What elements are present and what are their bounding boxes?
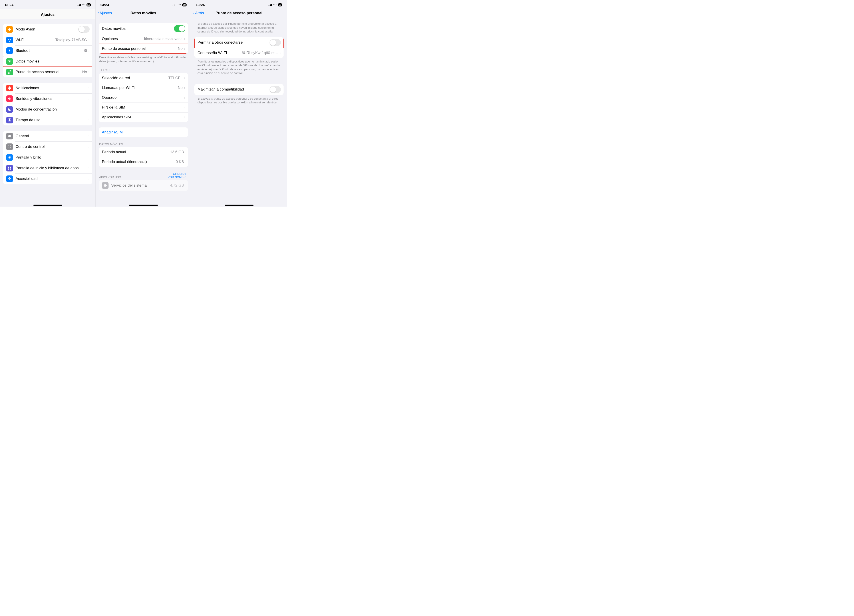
back-button[interactable]: ‹Ajustes: [98, 11, 112, 15]
wifi-icon: [6, 37, 13, 43]
settings-row-general[interactable]: General›: [3, 131, 92, 142]
settings-row-pantalla-de-inicio-y-biblioteca-de-apps[interactable]: Pantalla de inicio y biblioteca de apps›: [3, 163, 92, 174]
row-llamadas-por-wi-fi[interactable]: Llamadas por Wi-FiNo›: [99, 83, 188, 93]
settings-group-general: General›Centro de control›Pantalla y bri…: [3, 131, 92, 184]
group-data-usage: Periodo actual13.6 GBPeriodo actual (iti…: [99, 147, 188, 167]
chevron-right-icon: ›: [88, 96, 89, 101]
status-bar: 13:24 59: [96, 0, 191, 9]
settings-row-modo-avión[interactable]: Modo Avión: [3, 24, 92, 35]
signal-icon: [77, 4, 81, 6]
row-value: 6URi-syKw-1q60-rz…: [242, 51, 278, 55]
settings-row-accesibilidad[interactable]: Accesibilidad›: [3, 174, 92, 184]
row-label: Maximizar la compatibilidad: [197, 87, 270, 91]
row-periodo-actual: Periodo actual13.6 GB: [99, 147, 188, 157]
row-label: PIN de la SIM: [102, 105, 184, 110]
section-header: APPS POR USO ORDENAR POR NOMBRE: [96, 172, 191, 180]
gear-icon: [102, 182, 108, 189]
antenna-icon: [6, 58, 13, 65]
status-time: 13:24: [5, 3, 14, 7]
row-pin-de-la-sim[interactable]: PIN de la SIM›: [99, 102, 188, 112]
row-label: Modos de concentración: [15, 107, 88, 111]
row-label: Bluetooth: [15, 49, 83, 53]
screen-personal-hotspot: 13:24 59 ‹Atrás Punto de acceso personal…: [191, 0, 287, 207]
content[interactable]: Datos móvilesOpcionesItinerancia desacti…: [96, 19, 191, 207]
header: ‹Atrás Punto de acceso personal: [191, 9, 287, 19]
settings-row-sonidos-y-vibraciones[interactable]: Sonidos y vibraciones›: [3, 93, 92, 104]
toggle[interactable]: [270, 39, 281, 46]
toggle[interactable]: [270, 86, 281, 93]
home-indicator[interactable]: [129, 204, 158, 206]
row-label: Punto de acceso personal: [102, 46, 178, 51]
row-contraseña-wi-fi[interactable]: Contraseña Wi-Fi6URi-syKw-1q60-rz…›: [194, 48, 284, 58]
settings-group-connectivity: Modo AviónWi-FiTotalplay-71AB-5G›Bluetoo…: [3, 24, 92, 78]
toggle[interactable]: [78, 26, 90, 33]
page-title: Ajustes: [41, 12, 55, 17]
page-title: Datos móviles: [131, 11, 156, 15]
row-label: Operador: [102, 95, 184, 100]
row-datos-móviles[interactable]: Datos móviles: [99, 23, 188, 34]
row-aplicaciones-sim[interactable]: Aplicaciones SIM›: [99, 112, 188, 122]
airplane-icon: [6, 26, 13, 33]
row-operador[interactable]: Operador›: [99, 93, 188, 102]
status-bar: 13:24 59: [0, 0, 95, 9]
content[interactable]: Modo AviónWi-FiTotalplay-71AB-5G›Bluetoo…: [0, 19, 95, 207]
sort-button[interactable]: ORDENAR POR NOMBRE: [168, 172, 188, 179]
settings-row-centro-de-control[interactable]: Centro de control›: [3, 142, 92, 152]
chevron-left-icon: ‹: [98, 11, 99, 15]
header: ‹Ajustes Datos móviles: [96, 9, 191, 19]
section-header: TELCEL: [96, 69, 191, 73]
row-label: Periodo actual: [102, 150, 170, 154]
row-label: Accesibilidad: [15, 177, 88, 181]
home-indicator[interactable]: [225, 204, 253, 206]
settings-row-wi-fi[interactable]: Wi-FiTotalplay-71AB-5G›: [3, 35, 92, 45]
settings-row-punto-de-acceso-personal[interactable]: Punto de acceso personalNo›: [3, 67, 92, 78]
row-label: Sonidos y vibraciones: [15, 96, 88, 101]
back-button[interactable]: ‹Atrás: [193, 11, 204, 15]
chevron-right-icon: ›: [88, 70, 89, 74]
row-label: Tiempo de uso: [15, 118, 88, 122]
content[interactable]: El punto de acceso del iPhone permite pr…: [191, 19, 287, 207]
settings-row-datos-móviles[interactable]: Datos móviles›: [3, 56, 92, 67]
row-value: 0 KB: [176, 160, 184, 164]
row-maximizar-la-compatibilidad[interactable]: Maximizar la compatibilidad: [194, 84, 284, 95]
chevron-right-icon: ›: [88, 134, 89, 138]
group-apps-usage: Servicios del sistema4.72 GB: [99, 180, 188, 191]
row-punto-de-acceso-personal[interactable]: Punto de acceso personalNo›: [99, 44, 188, 53]
group-footer: Si activas tu punto de acceso personal y…: [191, 95, 287, 105]
chevron-right-icon: ›: [88, 145, 89, 149]
page-title: Punto de acceso personal: [215, 11, 262, 15]
settings-row-notificaciones[interactable]: Notificaciones›: [3, 83, 92, 93]
row-label: Datos móviles: [102, 26, 174, 31]
row-selección-de-red[interactable]: Selección de redTELCEL›: [99, 73, 188, 83]
settings-row-tiempo-de-uso[interactable]: Tiempo de uso›: [3, 115, 92, 125]
group-footer: Permite a los usuarios o dispositivos qu…: [191, 58, 287, 75]
row-permitir-a-otros-conectarse[interactable]: Permitir a otros conectarse: [194, 37, 284, 48]
settings-row-pantalla-y-brillo[interactable]: Pantalla y brillo›: [3, 152, 92, 163]
header: Ajustes: [0, 9, 95, 19]
add-esim-button[interactable]: Añadir eSIM: [99, 127, 188, 137]
home-indicator[interactable]: [34, 204, 62, 206]
battery-icon: 59: [87, 3, 91, 6]
settings-row-modos-de-concentración[interactable]: Modos de concentración›: [3, 104, 92, 115]
group-compatibility: Maximizar la compatibilidad: [194, 84, 284, 95]
row-value: No: [178, 85, 183, 90]
row-label: Contraseña Wi-Fi: [197, 51, 242, 55]
chevron-right-icon: ›: [184, 95, 185, 100]
row-servicios-del-sistema[interactable]: Servicios del sistema4.72 GB: [99, 180, 188, 191]
row-label: Centro de control: [15, 145, 88, 149]
wifi-icon: [177, 3, 181, 6]
battery-icon: 59: [278, 3, 282, 6]
row-label: Pantalla de inicio y biblioteca de apps: [15, 165, 88, 171]
settings-row-bluetooth[interactable]: BluetoothSí›: [3, 45, 92, 56]
row-label: Selección de red: [102, 76, 168, 80]
battery-icon: 59: [182, 3, 187, 6]
toggle[interactable]: [174, 25, 185, 32]
row-label: Notificaciones: [15, 86, 88, 90]
moon-icon: [6, 106, 13, 113]
chevron-right-icon: ›: [88, 155, 89, 160]
row-opciones[interactable]: OpcionesItinerancia desactivada›: [99, 34, 188, 44]
chevron-right-icon: ›: [88, 118, 89, 122]
sound-icon: [6, 95, 13, 102]
link-icon: [6, 69, 13, 75]
row-label: Modo Avión: [15, 27, 78, 32]
